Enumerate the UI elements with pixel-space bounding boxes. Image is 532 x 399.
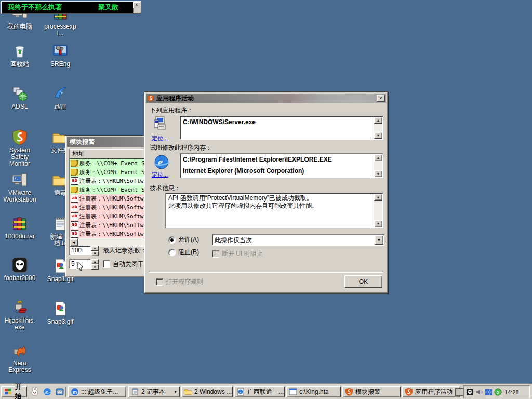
desktop-icon-label: 1000du.rar — [3, 233, 36, 240]
taskbar-button-guangxi[interactable]: e 广西联通－... — [234, 386, 285, 397]
block-radio[interactable] — [168, 249, 176, 256]
desktop-icon-label: foobar2000 — [3, 275, 36, 282]
taskbar-button-notepad-group[interactable]: 2 记事本 ▼ — [128, 386, 180, 397]
taskbar-clock[interactable]: 14:28 — [504, 389, 519, 395]
close-icon[interactable]: × — [377, 95, 385, 102]
quicklaunch-ie-icon[interactable]: e — [43, 387, 52, 396]
close-icon[interactable]: × — [133, 2, 140, 8]
window-icon — [289, 388, 297, 396]
vertical-scrollbar[interactable]: ▲ ▼ — [374, 194, 382, 227]
spin-down-icon[interactable]: ▼ — [91, 251, 99, 256]
desktop-icon-label: VMware Workstation — [3, 190, 36, 203]
start-label: 开始 — [13, 382, 23, 399]
desktop-icon-1000du-rar[interactable]: 1000du.rar — [3, 215, 36, 240]
scroll-left-icon[interactable]: ◄ — [70, 238, 78, 246]
tech-line-1: API 函数调用“ProtectVirtualMemory”已被成功截取。 — [166, 193, 383, 202]
taskbar-button-maxthon[interactable]: m ::::超级兔子... — [68, 386, 126, 397]
app2-desc: Internet Explorer (Microsoft Corporation… — [180, 163, 383, 175]
desktop-icon-label: Snap3.gif — [44, 318, 77, 325]
vmware-icon — [11, 171, 28, 188]
image-file-icon — [52, 300, 69, 317]
chevron-down-icon[interactable]: ▼ — [375, 235, 383, 245]
recycle-bin-icon — [11, 43, 28, 59]
desktop-icon-label: ADSL — [3, 103, 36, 110]
window-title: 模块报警 — [70, 138, 95, 145]
ok-button[interactable]: OK — [344, 275, 382, 288]
taskbar-button-king-hta[interactable]: c:\King.hta — [286, 386, 341, 397]
desktop-icon-nero-express[interactable]: Nero Express — [3, 342, 36, 374]
app1-icon — [153, 116, 170, 134]
adsl-icon — [11, 85, 28, 102]
desktop-icon-sreng[interactable]: SREng — [44, 43, 77, 68]
auto-close-stepper[interactable]: ▲ ▼ — [91, 259, 99, 269]
vertical-scrollbar[interactable]: ▲ ▼ — [374, 117, 382, 139]
auto-close-checkbox[interactable] — [103, 260, 110, 268]
desktop-icon-adsl[interactable]: ADSL — [3, 85, 36, 110]
sreng-icon — [52, 43, 69, 59]
max-records-stepper[interactable]: ▲ ▼ — [91, 246, 99, 255]
spin-down-icon[interactable]: ▼ — [91, 264, 99, 270]
vertical-scrollbar[interactable]: ▲ ▼ — [374, 154, 382, 177]
tray-foobar-icon[interactable] — [466, 388, 474, 396]
action-combobox[interactable]: 此操作仅当次 ▼ — [212, 234, 384, 246]
start-button[interactable]: 开始 — [1, 386, 27, 397]
open-rules-checkbox-row: 打开程序规则 — [156, 277, 203, 286]
allow-radio[interactable] — [168, 236, 176, 244]
app1-path: C:\WINDOWS\Server.exe — [180, 116, 383, 126]
desktop-icon-hijackthis[interactable]: HijackThis.exe — [3, 299, 36, 331]
desktop-icon-vmware[interactable]: VMware Workstation — [3, 171, 36, 203]
tray-ssm-icon[interactable]: S — [494, 388, 502, 396]
scroll-up-icon[interactable]: ▲ — [374, 154, 382, 161]
service-icon — [71, 160, 78, 167]
scroll-down-icon[interactable]: ▼ — [374, 132, 382, 139]
quicklaunch-super-rabbit-icon[interactable] — [30, 387, 39, 396]
desktop-icon-foobar2000[interactable]: foobar2000 — [3, 257, 36, 282]
open-rules-checkbox-label: 打开程序规则 — [166, 277, 203, 286]
locate-link-2[interactable]: 定位... — [152, 171, 168, 179]
spin-up-icon[interactable]: ▲ — [91, 246, 99, 251]
desktop-icon-snap3[interactable]: Snap3.gif — [44, 300, 77, 325]
app1-path-box[interactable]: C:\WINDOWS\Server.exe ▲ ▼ — [180, 116, 383, 140]
taskbar-button-app-activity[interactable]: 应用程序活动 — [402, 386, 460, 397]
service-icon — [71, 187, 78, 193]
locate-link-1[interactable]: 定位... — [152, 135, 168, 142]
chevron-down-icon: ▼ — [174, 390, 177, 394]
taskbar-button-windows-group[interactable]: 2 Windows ... ▼ — [181, 386, 233, 397]
app2-path-box[interactable]: C:\Program Files\Internet Explorer\IEXPL… — [180, 153, 383, 178]
dialog-titlebar[interactable]: 应用程序活动 — [146, 94, 386, 103]
allow-radio-row: 允许(A) — [168, 235, 199, 244]
lyrics-text-right: 聚又散 — [98, 3, 118, 12]
folder-icon — [184, 388, 192, 396]
registry-icon: ab — [71, 195, 78, 203]
svg-text:e: e — [240, 390, 241, 394]
apps-label: 下列应用程序： — [150, 106, 193, 115]
lyrics-text-left: 我终于不那么执著 — [8, 3, 62, 12]
desktop-icon-recycle-bin[interactable]: 回收站 — [3, 43, 36, 68]
ssm-shield-icon — [147, 95, 154, 102]
desktop-icon-xunlei[interactable]: 迅雷 — [44, 85, 77, 110]
block-label: 阻止(B) — [178, 248, 199, 257]
taskbar-button-module-alert[interactable]: 模块报警 — [342, 386, 401, 397]
system-tray: S 14:28 — [463, 385, 530, 398]
desktop-icon-label: System Safety Monitor — [3, 147, 36, 167]
scroll-down-icon[interactable]: ▼ — [374, 220, 382, 227]
tray-firewall-icon[interactable] — [485, 388, 493, 396]
quicklaunch-outlook-icon[interactable] — [55, 387, 64, 396]
disconnect-checkbox-row: 断开 UI 时阻止 — [212, 249, 263, 258]
spin-up-icon[interactable]: ▲ — [91, 259, 99, 264]
notepad-icon — [131, 388, 139, 396]
registry-icon: ab — [71, 230, 78, 238]
tech-info-box[interactable]: API 函数调用“ProtectVirtualMemory”已被成功截取。 此项… — [165, 193, 383, 228]
scroll-up-icon[interactable]: ▲ — [374, 194, 382, 201]
scroll-down-icon[interactable]: ▼ — [374, 170, 382, 177]
app-activity-dialog: 应用程序活动 × 下列应用程序： 定位... C:\WINDOWS\Server… — [144, 91, 388, 294]
desktop-icon-system-safety-monitor[interactable]: System Safety Monitor — [3, 129, 36, 167]
desktop-icon-label: 迅雷 — [44, 103, 77, 110]
scroll-up-icon[interactable]: ▲ — [374, 117, 382, 124]
max-records-input[interactable] — [69, 246, 91, 255]
registry-icon: ab — [71, 221, 78, 229]
modify-label: 试图修改此程序内存： — [150, 143, 212, 152]
lyrics-bar[interactable]: 我终于不那么执著 聚又散 × — [1, 1, 141, 14]
taskbar: 开始 e m ::::超级兔子... 2 记事本 ▼ 2 Windows ...… — [0, 384, 532, 399]
tray-volume-icon[interactable] — [475, 388, 483, 396]
